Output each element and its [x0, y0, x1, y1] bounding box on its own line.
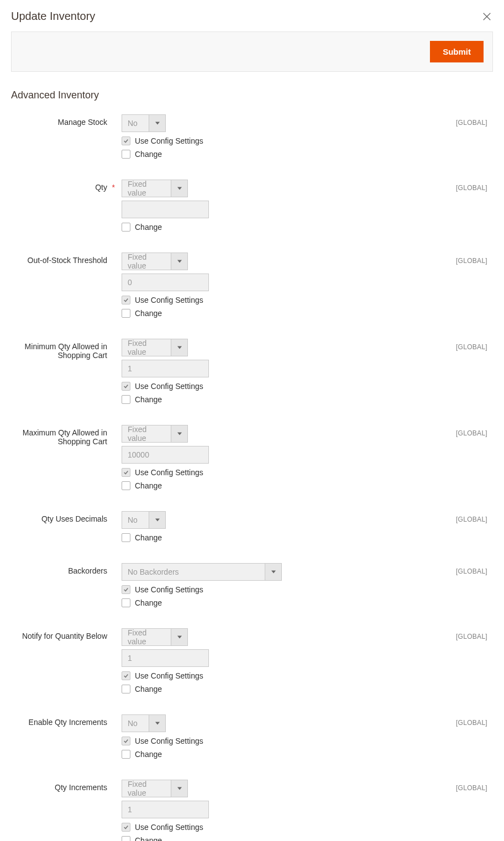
checkbox-icon — [122, 685, 130, 693]
qty-decimals-select[interactable]: No — [122, 511, 166, 529]
close-icon — [482, 12, 492, 22]
chevron-down-icon — [265, 564, 281, 580]
manage-stock-change[interactable]: Change — [122, 150, 354, 159]
field-qty: Qty Fixed value Change [GLOBAL] — [11, 180, 493, 232]
field-manage-stock: Manage Stock No Use Config Settings Chan… — [11, 114, 493, 159]
max-qty-input[interactable] — [122, 446, 209, 464]
label-min-qty-cart: Minimum Qty Allowed in Shopping Cart — [11, 339, 122, 360]
checkbox-icon — [122, 750, 130, 759]
update-inventory-modal: Update Inventory Submit Advanced Invento… — [0, 0, 504, 841]
section-title: Advanced Inventory — [11, 90, 504, 101]
checkbox-icon — [122, 533, 130, 542]
manage-stock-value: No — [122, 115, 149, 132]
scope-label: [GLOBAL] — [354, 253, 493, 265]
qty-mode-value: Fixed value — [122, 180, 171, 197]
checkbox-icon — [122, 481, 130, 490]
chevron-down-icon — [149, 715, 165, 732]
qty-decimals-change[interactable]: Change — [122, 533, 354, 542]
scope-label: [GLOBAL] — [354, 339, 493, 351]
svg-marker-8 — [271, 571, 276, 574]
max-qty-mode-select[interactable]: Fixed value — [122, 425, 188, 443]
qty-change[interactable]: Change — [122, 223, 354, 232]
advanced-inventory-form: Manage Stock No Use Config Settings Chan… — [0, 114, 504, 841]
field-max-qty-cart: Maximum Qty Allowed in Shopping Cart Fix… — [11, 425, 493, 490]
scope-label: [GLOBAL] — [354, 511, 493, 523]
field-backorders: Backorders No Backorders Use Config Sett… — [11, 563, 493, 607]
modal-header: Update Inventory — [0, 0, 504, 27]
checkbox-icon — [122, 468, 130, 477]
label-enable-qty-increments: Enable Qty Increments — [11, 714, 122, 727]
scope-label: [GLOBAL] — [354, 563, 493, 575]
label-qty: Qty — [11, 180, 122, 192]
chevron-down-icon — [149, 115, 165, 132]
qty-incr-change[interactable]: Change — [122, 836, 354, 841]
manage-stock-select[interactable]: No — [122, 114, 166, 132]
scope-label: [GLOBAL] — [354, 628, 493, 640]
label-backorders: Backorders — [11, 563, 122, 575]
qty-incr-use-config[interactable]: Use Config Settings — [122, 823, 354, 832]
oos-input[interactable] — [122, 274, 209, 291]
checkbox-icon — [122, 671, 130, 680]
chevron-down-icon — [171, 780, 187, 797]
svg-marker-7 — [155, 519, 160, 522]
max-qty-change[interactable]: Change — [122, 481, 354, 490]
chevron-down-icon — [171, 339, 187, 356]
checkbox-icon — [122, 598, 130, 607]
modal-title: Update Inventory — [11, 10, 95, 23]
backorders-select[interactable]: No Backorders — [122, 563, 282, 581]
qty-incr-input[interactable] — [122, 801, 209, 818]
oos-mode-select[interactable]: Fixed value — [122, 253, 188, 270]
checkbox-icon — [122, 296, 130, 304]
manage-stock-use-config[interactable]: Use Config Settings — [122, 136, 354, 145]
chevron-down-icon — [149, 512, 165, 528]
min-qty-change[interactable]: Change — [122, 395, 354, 404]
field-out-of-stock-threshold: Out-of-Stock Threshold Fixed value Use C… — [11, 253, 493, 318]
backorders-use-config[interactable]: Use Config Settings — [122, 585, 354, 594]
label-manage-stock: Manage Stock — [11, 114, 122, 127]
chevron-down-icon — [171, 180, 187, 197]
field-qty-increments: Qty Increments Fixed value Use Config Se… — [11, 780, 493, 841]
checkbox-icon — [122, 836, 130, 841]
notify-input[interactable] — [122, 649, 209, 667]
field-min-qty-cart: Minimum Qty Allowed in Shopping Cart Fix… — [11, 339, 493, 404]
action-bar: Submit — [11, 31, 493, 72]
chevron-down-icon — [171, 629, 187, 645]
checkbox-icon — [122, 395, 130, 404]
svg-marker-11 — [177, 787, 182, 790]
notify-use-config[interactable]: Use Config Settings — [122, 671, 354, 680]
svg-marker-6 — [177, 433, 182, 435]
scope-label: [GLOBAL] — [354, 780, 493, 792]
scope-label: [GLOBAL] — [354, 425, 493, 437]
min-qty-input[interactable] — [122, 360, 209, 377]
enable-incr-use-config[interactable]: Use Config Settings — [122, 737, 354, 745]
chevron-down-icon — [171, 253, 187, 270]
svg-marker-5 — [177, 346, 182, 349]
min-qty-use-config[interactable]: Use Config Settings — [122, 382, 354, 391]
close-button[interactable] — [481, 10, 493, 23]
svg-marker-4 — [177, 260, 182, 263]
notify-mode-select[interactable]: Fixed value — [122, 628, 188, 646]
oos-change[interactable]: Change — [122, 309, 354, 318]
field-notify-qty-below: Notify for Quantity Below Fixed value Us… — [11, 628, 493, 693]
scope-label: [GLOBAL] — [354, 714, 493, 727]
enable-incr-select[interactable]: No — [122, 714, 166, 732]
qty-incr-mode-select[interactable]: Fixed value — [122, 780, 188, 797]
backorders-change[interactable]: Change — [122, 598, 354, 607]
enable-incr-change[interactable]: Change — [122, 750, 354, 759]
svg-marker-10 — [155, 722, 160, 725]
scope-label: [GLOBAL] — [354, 114, 493, 127]
svg-marker-9 — [177, 636, 182, 639]
checkbox-icon — [122, 823, 130, 832]
checkbox-icon — [122, 223, 130, 232]
submit-button[interactable]: Submit — [430, 41, 484, 62]
label-qty-increments: Qty Increments — [11, 780, 122, 792]
qty-mode-select[interactable]: Fixed value — [122, 180, 188, 197]
checkbox-icon — [122, 382, 130, 391]
qty-input[interactable] — [122, 201, 209, 218]
min-qty-mode-select[interactable]: Fixed value — [122, 339, 188, 356]
label-out-of-stock-threshold: Out-of-Stock Threshold — [11, 253, 122, 265]
oos-use-config[interactable]: Use Config Settings — [122, 296, 354, 304]
max-qty-use-config[interactable]: Use Config Settings — [122, 468, 354, 477]
notify-change[interactable]: Change — [122, 685, 354, 693]
checkbox-icon — [122, 585, 130, 594]
